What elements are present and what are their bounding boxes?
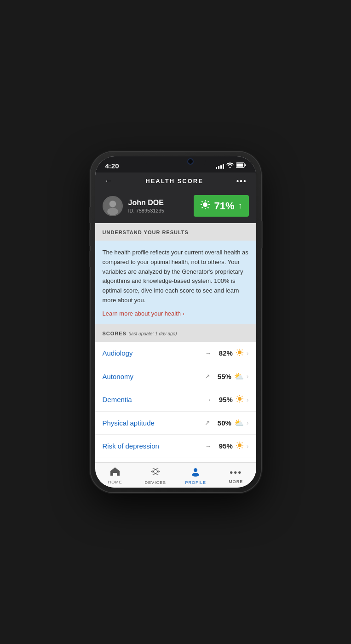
weather-icon — [236, 441, 244, 451]
user-name: John DOE — [128, 199, 164, 207]
trend-icon: ↗ — [205, 373, 210, 380]
notch — [146, 156, 206, 168]
svg-point-23 — [238, 397, 242, 401]
score-details: ↗ 50% ⛅ › — [205, 418, 249, 428]
svg-point-5 — [203, 202, 207, 207]
learn-more-link[interactable]: Learn more about your health › — [103, 310, 249, 317]
score-details: → 95% — [205, 395, 249, 405]
score-details: ↗ 55% ⛅ › — [205, 372, 249, 381]
score-value: 55% — [213, 373, 231, 380]
wifi-icon — [226, 162, 234, 169]
weather-icon — [236, 395, 244, 405]
score-row-autonomy[interactable]: Autonomy ↗ 55% ⛅ › — [95, 365, 256, 388]
svg-line-31 — [237, 401, 238, 402]
more-dots-icon: ••• — [230, 467, 242, 478]
score-name: Autonomy — [103, 373, 205, 380]
score-row-physical[interactable]: Physical aptitude ↗ 50% ⛅ › — [95, 412, 256, 435]
weather-icon: ⛅ — [234, 372, 244, 381]
score-name: Dementia — [103, 396, 205, 403]
battery-icon — [236, 162, 246, 169]
trend-icon: → — [205, 443, 212, 450]
tab-home[interactable]: HOME — [95, 467, 136, 484]
svg-point-32 — [238, 443, 242, 447]
svg-line-30 — [242, 396, 242, 397]
tab-devices[interactable]: DEVICES — [135, 466, 176, 485]
chevron-right-icon: › — [247, 419, 249, 426]
score-row-audiology[interactable]: Audiology → 82% — [95, 342, 256, 365]
score-details: → 95% — [205, 441, 249, 451]
scores-section-header: SCORES (last update: 1 day ago) — [95, 324, 256, 342]
svg-line-11 — [208, 207, 209, 208]
phone-frame: 4:20 — [91, 152, 261, 492]
score-name: Physical aptitude — [103, 419, 205, 427]
score-row-depression[interactable]: Risk of depression → 95% — [95, 435, 256, 458]
trend-up-icon: ↑ — [238, 201, 242, 211]
tab-more[interactable]: ••• MORE — [216, 467, 256, 484]
tab-profile[interactable]: PROFILE — [176, 466, 216, 485]
chevron-right-icon: › — [247, 443, 249, 450]
description-text: The health profile reflects your current… — [103, 248, 249, 305]
tab-profile-label: PROFILE — [185, 480, 206, 485]
svg-line-10 — [202, 201, 203, 202]
weather-icon — [236, 348, 244, 358]
trend-icon: → — [205, 396, 212, 403]
chevron-right-icon: › — [247, 396, 249, 403]
svg-line-22 — [237, 354, 238, 355]
scores-header-text: SCORES — [103, 331, 127, 336]
devices-icon — [150, 466, 161, 479]
trend-icon: ↗ — [205, 419, 210, 426]
svg-line-19 — [237, 350, 238, 351]
svg-point-3 — [109, 201, 116, 207]
signal-icon — [216, 163, 224, 169]
results-section-header: UNDERSTAND YOUR RESULTS — [95, 223, 256, 241]
score-value: 95% — [214, 396, 233, 403]
scores-list: Audiology → 82% — [95, 342, 256, 462]
svg-point-4 — [107, 207, 118, 215]
svg-rect-1 — [236, 164, 243, 167]
svg-line-12 — [208, 201, 209, 202]
svg-line-20 — [242, 354, 242, 355]
nav-bar: ← HEALTH SCORE ••• — [95, 172, 256, 189]
chevron-right-icon: › — [247, 350, 249, 357]
sun-icon — [200, 200, 210, 212]
status-icons — [216, 162, 246, 169]
health-score-badge: 71% ↑ — [194, 195, 248, 217]
score-value: 95% — [214, 442, 233, 450]
content-area: John DOE ID: 7589531235 — [95, 189, 256, 462]
phone-screen: 4:20 — [95, 156, 256, 488]
user-id: ID: 7589531235 — [128, 208, 164, 213]
svg-line-29 — [242, 401, 242, 402]
status-time: 4:20 — [105, 162, 119, 170]
camera — [188, 159, 193, 164]
chevron-right-icon: › — [247, 373, 249, 380]
score-name: Audiology — [103, 349, 205, 357]
score-value: 50% — [213, 419, 231, 427]
home-icon — [110, 467, 120, 478]
score-value: 82% — [214, 349, 233, 357]
score-name: Risk of depression — [103, 442, 205, 450]
svg-point-43 — [192, 473, 199, 477]
svg-point-14 — [238, 351, 242, 354]
page-title: HEALTH SCORE — [145, 178, 203, 184]
avatar — [103, 196, 123, 216]
trend-icon: → — [205, 350, 212, 357]
tab-home-label: HOME — [108, 480, 122, 484]
svg-line-40 — [237, 447, 238, 448]
user-card: John DOE ID: 7589531235 — [95, 189, 256, 223]
tab-more-label: MORE — [229, 479, 243, 484]
user-info: John DOE ID: 7589531235 — [103, 196, 164, 216]
results-header-text: UNDERSTAND YOUR RESULTS — [103, 230, 189, 235]
user-details: John DOE ID: 7589531235 — [128, 199, 164, 213]
description-card: The health profile reflects your current… — [95, 241, 256, 324]
svg-line-37 — [237, 443, 238, 443]
more-button[interactable]: ••• — [236, 177, 247, 185]
svg-line-39 — [242, 443, 242, 443]
svg-line-21 — [242, 350, 242, 351]
back-button[interactable]: ← — [104, 176, 113, 186]
weather-icon: ⛅ — [234, 418, 244, 428]
score-row-fall[interactable]: Risk of fall ↗ 55% ⛅ › — [95, 458, 256, 462]
svg-line-28 — [237, 396, 238, 397]
tab-devices-label: DEVICES — [144, 480, 166, 485]
score-details: → 82% — [205, 348, 249, 358]
score-row-dementia[interactable]: Dementia → 95% — [95, 388, 256, 412]
